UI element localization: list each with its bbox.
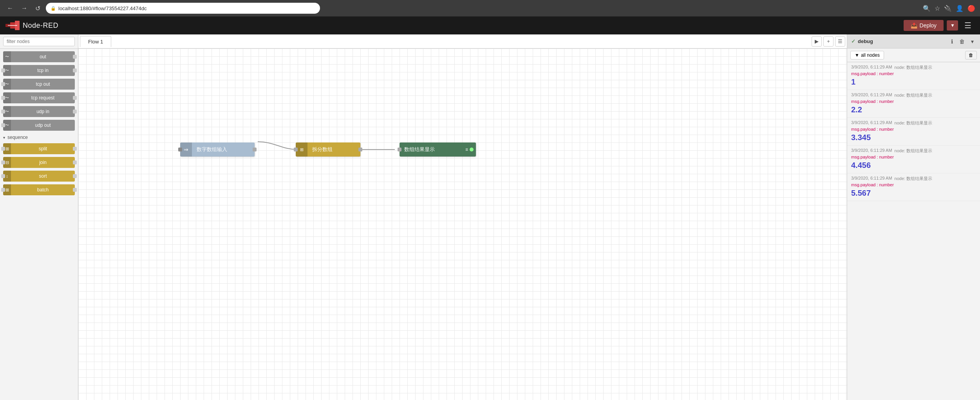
- debug-msg-type: msg.payload : number: [851, 182, 976, 187]
- flow-node-debug[interactable]: 数组结果显示 ≡: [400, 142, 476, 157]
- debug-msg-timestamp: 3/9/2020, 6:11:29 AM: [851, 148, 892, 154]
- nr-logo: Node-RED: [5, 21, 58, 30]
- url-text: localhost:1880/#flow/73554227.4474dc: [58, 5, 147, 11]
- category-sequence[interactable]: ▾ sequence: [3, 133, 75, 142]
- debug-panel: ✓ debug ℹ 🗑 ▾ ▼ all nodes 🗑 3/9/2020, 6:…: [847, 34, 980, 400]
- tab-flow1-label: Flow 1: [88, 39, 103, 45]
- node-item-tcp-in[interactable]: 〜 tcp in: [3, 64, 75, 77]
- debug-info-button[interactable]: ℹ: [949, 38, 955, 45]
- flow-menu-button[interactable]: ☰: [835, 36, 845, 47]
- nr-header-right: 📤 Deploy ▼ ☰: [904, 19, 975, 32]
- sidebar-nodes: 〜 out 〜 tcp in 〜 tcp out: [0, 49, 78, 400]
- node-port-left-udpin: [1, 110, 5, 114]
- debug-msg-value: 5.567: [851, 188, 976, 198]
- category-chevron: ▾: [3, 135, 5, 140]
- deploy-dropdown-button[interactable]: ▼: [947, 20, 958, 31]
- debug-panel-header: ✓ debug ℹ 🗑 ▾: [847, 34, 980, 49]
- debug-clear-button[interactable]: 🗑: [965, 51, 977, 59]
- deploy-icon: 📤: [911, 22, 917, 29]
- flow-node-input-port-right: [253, 148, 257, 151]
- debug-collapse-button[interactable]: ▾: [969, 38, 976, 45]
- category-sequence-label: sequence: [7, 135, 28, 140]
- node-port-right-tcpin: [73, 68, 77, 72]
- debug-msg-timestamp: 3/9/2020, 6:11:29 AM: [851, 176, 892, 182]
- reload-button[interactable]: ↺: [33, 3, 43, 14]
- debug-msg-node: node: 数组结果显示: [895, 148, 933, 154]
- flow-node-split-label: 拆分数组: [307, 146, 337, 153]
- deploy-button[interactable]: 📤 Deploy: [904, 20, 944, 31]
- deploy-label: Deploy: [920, 22, 937, 29]
- node-item-tcp-out[interactable]: 〜 tcp out: [3, 78, 75, 90]
- bookmark-icon[interactable]: ☆: [935, 5, 940, 12]
- filter-icon: ▼: [855, 52, 859, 58]
- forward-button[interactable]: →: [19, 3, 30, 13]
- debug-node-status-dot: [470, 148, 474, 151]
- flow-node-split-port-left: [294, 148, 298, 151]
- node-port-left-join: [1, 160, 5, 164]
- node-item-split[interactable]: ⊞ split: [3, 142, 75, 155]
- flow-node-input[interactable]: ⇒ 数字数组输入: [180, 142, 255, 157]
- nr-logo-text: Node-RED: [23, 22, 58, 30]
- address-bar[interactable]: 🔒 localhost:1880/#flow/73554227.4474dc: [46, 3, 320, 14]
- main-menu-button[interactable]: ☰: [961, 19, 975, 32]
- debug-msg-node: node: 数组结果显示: [895, 92, 933, 98]
- node-port-left-tcpout: [1, 82, 5, 86]
- debug-message: 3/9/2020, 6:11:29 AM node: 数组结果显示 msg.pa…: [847, 90, 980, 118]
- node-port-left-udpout: [1, 123, 5, 127]
- debug-msg-node: node: 数组结果显示: [895, 120, 933, 126]
- flow-canvas[interactable]: ⇒ 数字数组输入 ⊞ 拆分数组 数组结果显示 ≡: [78, 49, 847, 400]
- debug-message: 3/9/2020, 6:11:29 AM node: 数组结果显示 msg.pa…: [847, 146, 980, 173]
- debug-message: 3/9/2020, 6:11:29 AM node: 数组结果显示 msg.pa…: [847, 173, 980, 201]
- node-port-right-tcpreq: [73, 96, 77, 100]
- debug-message: 3/9/2020, 6:11:29 AM node: 数组结果显示 msg.pa…: [847, 62, 980, 90]
- node-port-right-udpin: [73, 110, 77, 114]
- node-item-join[interactable]: ⊟ join: [3, 156, 75, 169]
- debug-delete-button[interactable]: 🗑: [957, 38, 967, 45]
- debug-filter-button[interactable]: ▼ all nodes: [850, 51, 884, 59]
- debug-icon: ✓: [851, 38, 855, 44]
- debug-msg-type: msg.payload : number: [851, 127, 976, 132]
- node-port-left-batch: [1, 188, 5, 192]
- debug-panel-title: ✓ debug: [851, 38, 946, 44]
- debug-msg-header: 3/9/2020, 6:11:29 AM node: 数组结果显示: [851, 176, 976, 182]
- flow-node-split[interactable]: ⊞ 拆分数组: [296, 142, 360, 157]
- search-icon[interactable]: 🔍: [923, 5, 931, 12]
- node-item-udp-out[interactable]: 〜 udp out: [3, 119, 75, 132]
- back-button[interactable]: ←: [5, 3, 16, 13]
- nr-logo-icon: [5, 21, 20, 30]
- flow-node-debug-port-left: [398, 148, 401, 151]
- debug-messages: 3/9/2020, 6:11:29 AM node: 数组结果显示 msg.pa…: [847, 62, 980, 400]
- debug-msg-timestamp: 3/9/2020, 6:11:29 AM: [851, 65, 892, 70]
- debug-msg-value: 3.345: [851, 132, 976, 143]
- profile-icon[interactable]: 🔴: [967, 5, 975, 12]
- node-item-out[interactable]: 〜 out: [3, 50, 75, 63]
- add-flow-button[interactable]: +: [823, 36, 834, 47]
- debug-msg-node: node: 数组结果显示: [895, 176, 933, 182]
- node-item-sort[interactable]: ↕ sort: [3, 170, 75, 182]
- debug-msg-value: 4.456: [851, 160, 976, 171]
- debug-msg-header: 3/9/2020, 6:11:29 AM node: 数组结果显示: [851, 148, 976, 154]
- filter-label: all nodes: [861, 52, 880, 58]
- node-port-left-split: [1, 147, 5, 151]
- node-item-tcp-request[interactable]: 〜 tcp request: [3, 92, 75, 104]
- node-port-left: [1, 68, 5, 72]
- debug-msg-value: 1: [851, 77, 976, 87]
- nr-sidebar: 〜 out 〜 tcp in 〜 tcp out: [0, 34, 78, 400]
- debug-msg-header: 3/9/2020, 6:11:29 AM node: 数组结果显示: [851, 120, 976, 126]
- flow-node-input-port-left: [178, 148, 182, 151]
- tab-flow1[interactable]: Flow 1: [80, 36, 111, 47]
- extension-icon[interactable]: 🔌: [944, 5, 952, 12]
- node-port-right-batch: [73, 188, 77, 192]
- debug-msg-node: node: 数组结果显示: [895, 65, 933, 70]
- debug-panel-actions: ℹ 🗑 ▾: [949, 38, 976, 45]
- nr-header: Node-RED 📤 Deploy ▼ ☰: [0, 16, 980, 34]
- node-item-udp-in[interactable]: 〜 udp in: [3, 105, 75, 118]
- run-flow-button[interactable]: ▶: [812, 36, 822, 47]
- search-input[interactable]: [3, 37, 75, 46]
- sidebar-search: [0, 34, 78, 49]
- node-item-batch[interactable]: ⊞ batch: [3, 184, 75, 196]
- account-icon[interactable]: 👤: [956, 5, 964, 12]
- tab-actions: ▶ + ☰: [812, 36, 845, 47]
- debug-title-label: debug: [858, 38, 873, 44]
- canvas-wrap: Flow 1 ▶ + ☰ ⇒ 数字数组输入: [78, 34, 847, 400]
